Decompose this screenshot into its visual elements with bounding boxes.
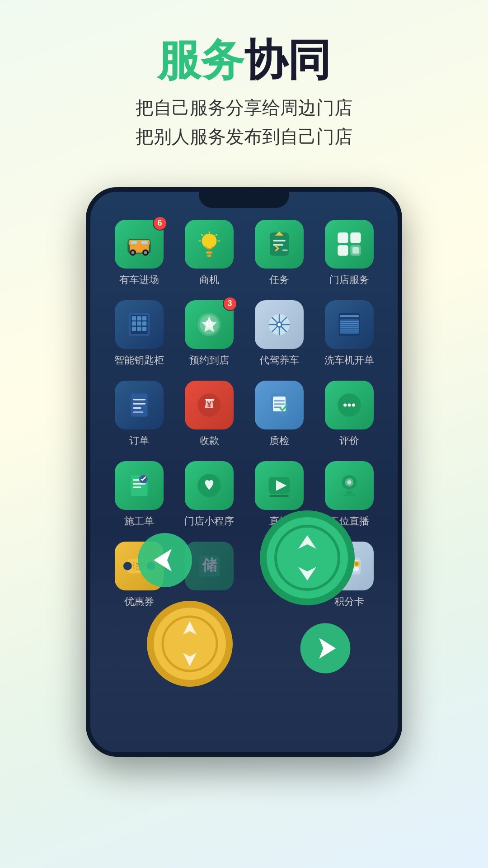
svg-line-14: [216, 234, 217, 236]
svg-rect-37: [137, 326, 141, 330]
svg-point-4: [131, 251, 134, 254]
svg-rect-59: [133, 399, 145, 401]
svg-point-73: [352, 403, 355, 406]
svg-rect-19: [273, 240, 286, 241]
phone-wrapper: 6 有车进场: [0, 187, 488, 757]
app-wash[interactable]: 洗车机开单: [314, 295, 384, 371]
app-mini[interactable]: 门店小程序: [174, 456, 244, 532]
svg-rect-32: [142, 316, 146, 320]
app-review[interactable]: 评价: [314, 375, 384, 451]
svg-rect-38: [142, 326, 146, 330]
svg-point-85: [347, 480, 351, 484]
svg-rect-92: [136, 563, 145, 565]
svg-point-48: [277, 323, 281, 326]
svg-rect-35: [142, 321, 146, 326]
svg-rect-7: [131, 241, 137, 244]
svg-rect-77: [133, 486, 141, 488]
svg-rect-11: [207, 255, 211, 257]
svg-rect-62: [133, 411, 143, 413]
svg-rect-25: [338, 245, 348, 255]
svg-text:B: B: [206, 318, 212, 328]
header: 服务协同 把自己服务分享给周边门店 把别人服务发布到自己门店: [0, 0, 488, 169]
app-pay[interactable]: ¥ 收款: [174, 375, 244, 451]
app-key[interactable]: 智能钥匙柜: [104, 295, 174, 371]
app-car[interactable]: 6 有车进场: [104, 214, 174, 290]
svg-rect-94: [136, 568, 143, 569]
phone-notch: [199, 192, 289, 208]
title-green-part: 服务: [157, 36, 244, 84]
app-storage[interactable]: 储: [174, 536, 244, 612]
svg-rect-87: [343, 494, 356, 496]
svg-text:储: 储: [201, 557, 217, 573]
svg-rect-22: [282, 249, 288, 251]
svg-rect-8: [141, 241, 147, 244]
subtitle: 把自己服务分享给周边门店 把别人服务发布到自己门店: [18, 93, 470, 151]
svg-line-13: [201, 234, 203, 236]
svg-rect-50: [340, 315, 359, 317]
app-grid: 6 有车进场: [90, 192, 398, 752]
app-store[interactable]: 门店服务: [314, 214, 384, 290]
app-drive[interactable]: 代驾养车: [244, 295, 314, 371]
svg-rect-30: [131, 316, 136, 320]
svg-rect-36: [131, 326, 136, 330]
svg-rect-34: [137, 321, 141, 326]
app-live2[interactable]: 直播: [244, 456, 314, 532]
svg-rect-23: [338, 232, 348, 243]
svg-rect-58: [131, 393, 147, 416]
phone-device: 6 有车进场: [86, 187, 402, 757]
svg-rect-33: [131, 321, 136, 326]
svg-rect-93: [136, 566, 148, 567]
svg-point-90: [146, 561, 155, 570]
svg-rect-100: [342, 566, 349, 568]
app-empty: [244, 536, 314, 612]
svg-text:¥: ¥: [206, 399, 211, 409]
app-order[interactable]: 订单: [104, 375, 174, 451]
svg-point-9: [202, 233, 216, 248]
svg-rect-61: [133, 407, 141, 409]
app-workpos[interactable]: 工位直播: [314, 456, 384, 532]
title-dark-part: 协同: [244, 36, 331, 84]
app-task[interactable]: 任务: [244, 214, 314, 290]
svg-rect-60: [133, 403, 145, 405]
svg-point-89: [123, 561, 132, 570]
svg-rect-27: [352, 247, 359, 254]
svg-point-71: [343, 403, 347, 406]
svg-rect-82: [270, 495, 289, 497]
app-coupon[interactable]: 优惠券: [104, 536, 174, 612]
svg-rect-31: [137, 316, 141, 320]
svg-rect-24: [350, 232, 361, 243]
svg-point-5: [144, 251, 147, 254]
app-quality[interactable]: 质检: [244, 375, 314, 451]
main-title: 服务协同: [18, 36, 470, 84]
app-points[interactable]: 积分卡: [314, 536, 384, 612]
app-idea[interactable]: 商机: [174, 214, 244, 290]
svg-point-72: [347, 403, 351, 406]
app-work[interactable]: 施工单: [104, 456, 174, 532]
app-appt[interactable]: 3 B 预约到店: [174, 295, 244, 371]
svg-rect-99: [342, 561, 352, 564]
svg-rect-86: [346, 491, 352, 494]
svg-point-102: [355, 562, 358, 565]
svg-rect-20: [273, 244, 283, 246]
svg-rect-10: [206, 251, 212, 254]
